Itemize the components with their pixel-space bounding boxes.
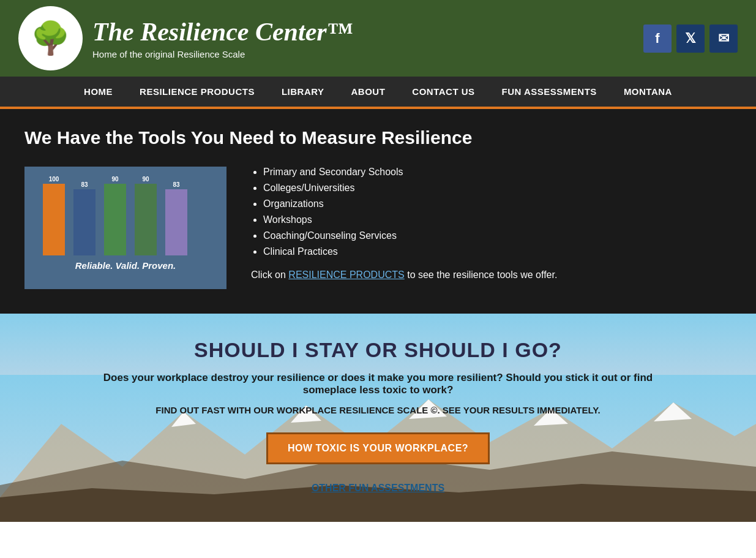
facebook-icon[interactable]: f <box>643 25 672 53</box>
nav-library[interactable]: LIBRARY <box>268 77 338 107</box>
bar-value-label: 83 <box>173 181 179 188</box>
bar-value-label: 100 <box>49 176 59 183</box>
nav-montana[interactable]: MONTANA <box>610 77 686 107</box>
header-left: 🌳 The Resilience Center™ Home of the ori… <box>18 6 353 70</box>
list-item: Coaching/Counseling Services <box>263 230 557 241</box>
bar-fill <box>165 189 187 255</box>
hero-cta-text: Click on RESILIENCE PRODUCTS to see the … <box>251 270 557 281</box>
chart-bars: 10083909083 <box>31 173 220 255</box>
main-nav: HOME RESILIENCE PRODUCTS LIBRARY ABOUT C… <box>0 77 756 109</box>
header-title: The Resilience Center™ Home of the origi… <box>92 17 353 59</box>
nav-contact-us[interactable]: CONTACT US <box>399 77 488 107</box>
bar-value-label: 83 <box>81 181 88 188</box>
hero-list-items: Primary and Secondary SchoolsColleges/Un… <box>251 167 557 257</box>
nav-about[interactable]: ABOUT <box>338 77 399 107</box>
nav-fun-assessments[interactable]: FUN ASSESSMENTS <box>488 77 610 107</box>
chart-container: 10083909083 Reliable. Valid. Proven. <box>24 167 226 289</box>
nav-resilience-products[interactable]: RESILIENCE PRODUCTS <box>126 77 268 107</box>
chart-caption: Reliable. Valid. Proven. <box>31 260 220 271</box>
site-header: 🌳 The Resilience Center™ Home of the ori… <box>0 0 756 77</box>
list-item: Organizations <box>263 198 557 209</box>
list-item: Primary and Secondary Schools <box>263 167 557 178</box>
hero-title: We Have the Tools You Need to Measure Re… <box>24 127 732 148</box>
site-title: The Resilience Center™ <box>92 17 353 47</box>
email-icon[interactable]: ✉ <box>709 25 738 53</box>
bar-fill <box>73 189 95 255</box>
mountain-findout: FIND OUT FAST WITH OUR WORKPLACE RESILIE… <box>103 405 654 415</box>
bar-fill <box>104 184 126 255</box>
mountain-subtitle: Does your workplace destroy your resilie… <box>103 372 654 396</box>
mountain-section: SHOULD I STAY OR SHOULD I GO? Does your … <box>0 314 756 522</box>
hero-section: We Have the Tools You Need to Measure Re… <box>0 109 756 314</box>
hero-list: Primary and Secondary SchoolsColleges/Un… <box>251 167 557 281</box>
resilience-products-link[interactable]: RESILIENCE PRODUCTS <box>288 270 404 280</box>
bar-fill <box>43 184 65 255</box>
list-item: Workshops <box>263 214 557 225</box>
bar-1: 83 <box>73 176 95 255</box>
logo-tree-icon: 🌳 <box>31 20 70 57</box>
list-item: Clinical Practices <box>263 246 557 257</box>
mountain-content: SHOULD I STAY OR SHOULD I GO? Does your … <box>103 338 654 494</box>
bar-2: 90 <box>104 176 126 255</box>
bar-value-label: 90 <box>142 176 149 183</box>
twitter-icon[interactable]: 𝕏 <box>676 25 705 53</box>
bar-value-label: 90 <box>111 176 118 183</box>
nav-home[interactable]: HOME <box>70 77 126 107</box>
hero-content: 10083909083 Reliable. Valid. Proven. Pri… <box>24 167 732 289</box>
social-icons: f 𝕏 ✉ <box>643 25 738 53</box>
bar-4: 83 <box>165 176 187 255</box>
mountain-title: SHOULD I STAY OR SHOULD I GO? <box>103 338 654 362</box>
bar-3: 90 <box>135 176 157 255</box>
other-fun-assessments-link[interactable]: OTHER FUN ASSESTMENTS <box>312 483 444 493</box>
bar-0: 100 <box>43 176 65 255</box>
logo: 🌳 <box>18 6 83 70</box>
list-item: Colleges/Universities <box>263 183 557 194</box>
site-tagline: Home of the original Resilience Scale <box>92 49 353 59</box>
bar-fill <box>135 184 157 255</box>
toxic-workplace-button[interactable]: HOW TOXIC IS YOUR WORKPLACE? <box>266 432 490 464</box>
